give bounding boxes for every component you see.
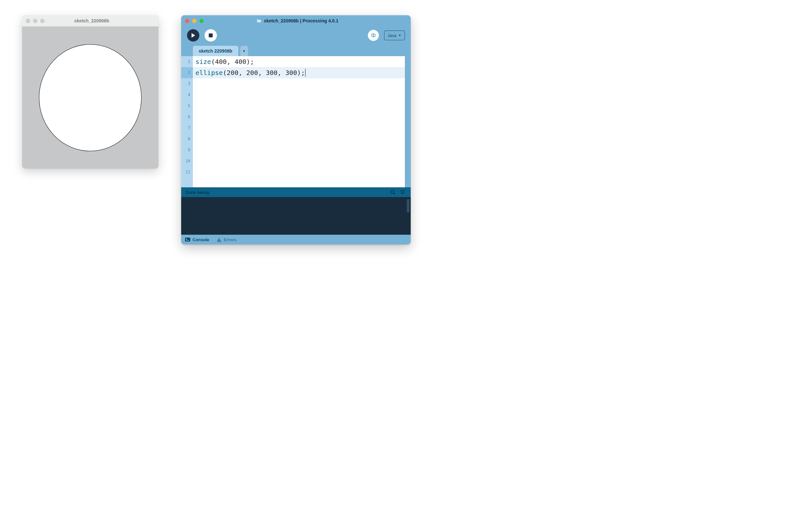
line-number: 1: [181, 56, 193, 67]
line-number: 10: [181, 156, 193, 166]
run-button[interactable]: [187, 29, 199, 41]
sketch-output-window: sketch_220908b: [22, 15, 159, 168]
ide-toolbar: Java ▼: [181, 26, 411, 44]
search-icon[interactable]: [389, 188, 396, 196]
line-number: 6: [181, 111, 193, 122]
chevron-down-icon: ▼: [398, 34, 401, 37]
scrollbar-thumb[interactable]: [407, 199, 410, 213]
svg-point-4: [391, 190, 394, 194]
mode-selector[interactable]: Java ▼: [384, 31, 405, 40]
status-bar: Done saving.: [181, 187, 411, 197]
terminal-icon: [185, 238, 190, 241]
svg-rect-2: [209, 33, 213, 37]
file-tab-row: sketch 220908b ▼: [181, 44, 411, 56]
line-number: 8: [181, 133, 193, 144]
line-number-gutter: 1234567891011: [181, 56, 193, 187]
line-number: 11: [181, 166, 193, 178]
line-number: 4: [181, 89, 193, 100]
ide-title-wrap: sketch_220908b | Processing 4.0.1: [188, 18, 407, 23]
play-icon: [191, 33, 196, 38]
sketch-titlebar[interactable]: sketch_220908b: [22, 15, 159, 26]
file-tab[interactable]: sketch 220908b: [193, 46, 238, 56]
line-number: 7: [181, 122, 193, 133]
console-output[interactable]: [181, 197, 411, 235]
line-number: 2: [181, 67, 193, 78]
folder-icon: [256, 18, 262, 23]
text-cursor: [305, 69, 306, 77]
ide-window-title: sketch_220908b | Processing 4.0.1: [264, 18, 339, 23]
warning-icon: [217, 238, 221, 242]
line-number: 9: [181, 144, 193, 156]
svg-line-5: [394, 193, 395, 195]
tab-errors-label: Errors: [224, 237, 236, 242]
svg-point-1: [39, 44, 142, 151]
tab-console-label: Console: [193, 237, 209, 242]
code-token: (200, 200, 300, 300);: [223, 69, 305, 77]
tab-console[interactable]: Console: [185, 237, 209, 242]
sketch-canvas: [22, 26, 159, 168]
mode-label: Java: [387, 33, 396, 38]
ide-titlebar[interactable]: sketch_220908b | Processing 4.0.1: [181, 15, 411, 26]
file-tab-label: sketch 220908b: [199, 48, 233, 54]
debug-button[interactable]: [368, 30, 379, 41]
line-number: 5: [181, 100, 193, 111]
svg-rect-10: [219, 240, 219, 241]
code-editor: 1234567891011 size(400, 400); ellipse(20…: [181, 56, 411, 187]
butterfly-icon: [371, 33, 376, 38]
tab-menu-button[interactable]: ▼: [240, 46, 248, 56]
code-line: ellipse(200, 200, 300, 300);: [193, 67, 405, 78]
svg-rect-7: [185, 238, 190, 241]
processing-ide-window: sketch_220908b | Processing 4.0.1: [181, 15, 411, 245]
sketch-window-title: sketch_220908b: [29, 18, 155, 23]
tab-errors[interactable]: Errors: [217, 237, 236, 242]
code-token: (400, 400);: [211, 58, 254, 66]
chevron-down-icon: ▼: [242, 49, 246, 53]
code-text-area[interactable]: size(400, 400); ellipse(200, 200, 300, 3…: [193, 56, 405, 187]
svg-rect-9: [219, 239, 219, 240]
bottom-tab-bar: Console Errors: [181, 235, 411, 245]
code-line: size(400, 400);: [193, 56, 405, 67]
sketch-render: [22, 26, 159, 168]
collapse-console-icon[interactable]: [399, 188, 406, 196]
code-token-function: ellipse: [196, 69, 223, 77]
status-text: Done saving.: [186, 190, 387, 195]
code-token-function: size: [196, 58, 211, 66]
stop-button[interactable]: [204, 29, 217, 41]
line-number: 3: [181, 78, 193, 89]
stop-icon: [209, 33, 213, 38]
